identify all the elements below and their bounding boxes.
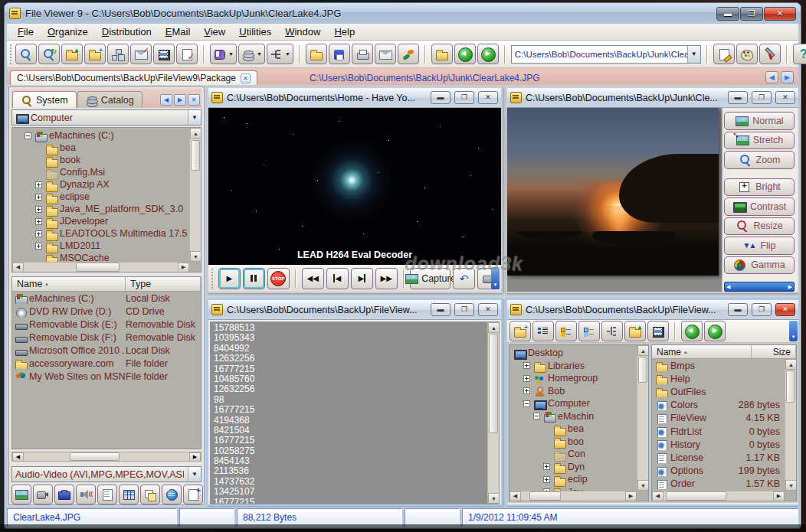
menu-view[interactable]: View [198,24,231,39]
tree-filter-button[interactable]: ▼ [267,44,293,64]
file-row[interactable]: Colors286 bytes [652,399,785,412]
image-scroll-strip[interactable]: ◀▶ [724,282,795,292]
image-minimize-button[interactable]: ▬ [728,91,748,104]
stretch-button[interactable]: ⤡Stretch [724,132,795,150]
tree-item[interactable]: LEADTOOLS Multimedia 17.5 [14,227,188,240]
browser-tree-item[interactable]: Con [512,448,636,461]
browser-tree-vscrollbar[interactable]: ▲ ▼ [637,345,648,491]
browser-window-titlebar[interactable]: C:\Users\Bob\Documents\BackUp\FileView..… [507,300,798,320]
file-row[interactable]: Options199 bytes [652,465,785,478]
video-close-button[interactable]: ✕ [478,91,498,104]
tools-button[interactable] [759,44,781,64]
ffwd-button[interactable]: ▶▶ [375,268,398,289]
folder-open-button[interactable] [431,44,453,64]
table-row[interactable]: My Web Sites on MSNFile folder [12,370,201,383]
numbers-vscrollbar[interactable]: ▲ ▼ [487,322,499,504]
tree-item[interactable]: JDeveloper [14,215,188,227]
resize-button[interactable]: Resize [724,217,795,236]
help-button[interactable]: ? [793,44,806,64]
doc-check-button[interactable] [176,44,198,64]
files-vscrollbar[interactable]: ▲ ▼ [785,359,796,491]
expand-icon[interactable] [543,476,550,483]
tab-close-icon[interactable]: ✕ [241,73,251,83]
folder-new-button[interactable]: + [509,321,531,341]
folder-up-button[interactable]: ▲ [624,321,646,341]
tree-view-button[interactable] [601,321,623,341]
copy-button[interactable] [140,485,160,504]
palette-button[interactable] [736,44,758,64]
book-button[interactable]: ▼ [210,44,237,64]
location-dropdown-icon[interactable]: ▼ [188,110,201,125]
play-button[interactable]: ▶ [218,268,241,289]
tree-item-root[interactable]: eMachines (C:) [14,129,188,142]
capture-button[interactable]: Capture [410,268,451,289]
layers-button[interactable]: ▼ [238,44,265,64]
controls-overflow[interactable]: ▾ [491,267,500,289]
tree-item[interactable]: Dynazip AX [14,178,188,191]
menu-distribution[interactable]: Distribution [96,24,158,39]
frame-prev-button[interactable]: ◀ [326,268,349,289]
menu-window[interactable]: Window [279,24,326,39]
expand-icon[interactable] [25,132,31,139]
expand-icon[interactable] [35,218,42,225]
tree-item[interactable]: book [14,154,188,166]
browser-tree-hscrollbar[interactable]: ◀ ▶ [509,491,637,501]
bright-button[interactable]: Bright [724,178,795,197]
file-row[interactable]: History0 bytes [652,438,785,451]
pause-button[interactable] [243,268,265,289]
files-hscrollbar[interactable]: ◀ ▶ [652,491,785,501]
tree-item[interactable]: eclipse [14,191,188,203]
film-edit-button[interactable] [153,44,175,64]
expand-icon[interactable] [523,400,530,407]
panel-back-button[interactable]: ◀ [160,94,172,106]
list-small-button[interactable] [555,321,577,341]
org-chart-button[interactable] [107,44,129,64]
browser-tree-item[interactable]: Bob [512,385,636,398]
browser-tree-item[interactable]: boo [512,436,636,449]
file-row[interactable]: Order1.57 KB [652,478,785,491]
drive-table-header[interactable]: Name ▴ Type [12,277,201,292]
mail-check-button[interactable]: ✓ [130,44,152,64]
filter-dropdown-icon[interactable]: ▼ [188,467,201,481]
folder-open-button[interactable] [306,44,327,64]
nav-back-button[interactable] [681,321,703,341]
image-close-button[interactable]: ✕ [775,91,795,104]
video-minimize-button[interactable]: ▬ [431,91,451,104]
menu-help[interactable]: Help [328,24,361,39]
mail-button[interactable] [375,44,396,64]
expand-icon[interactable] [543,463,550,470]
file-row[interactable]: License1.17 KB [652,451,785,464]
maximize-button[interactable]: ❐ [740,7,763,21]
address-dropdown-icon[interactable]: ▼ [687,46,700,63]
tree-item[interactable]: bea [14,142,188,154]
expand-icon[interactable] [35,194,42,201]
browser-close-button[interactable]: ✕ [775,303,795,316]
video-maximize-button[interactable]: ❐ [454,91,474,104]
picture-button[interactable] [11,485,31,504]
expand-icon[interactable] [35,243,42,250]
list-props-button[interactable] [578,321,600,341]
address-combobox[interactable]: C:\Users\Bob\Documents\BackUp\Junk\Clear… [511,45,701,64]
browser-toolbar-overflow[interactable]: ▾ [789,321,798,341]
tab-system[interactable]: System [12,91,77,108]
tree-item[interactable]: Config.Msi [14,166,188,178]
menu-email[interactable]: EMail [159,24,197,39]
tree-vscrollbar[interactable]: ▲ ▼ [189,128,201,262]
tab-scroll-right[interactable]: ▶ [781,71,794,83]
print-button[interactable] [352,44,373,64]
stop-button[interactable]: STOP [267,268,290,289]
frame-next-button[interactable]: ▶ [351,268,373,289]
globe-button[interactable] [162,485,182,504]
panel-close-button[interactable]: ✕ [188,94,200,106]
menu-utilities[interactable]: Utilities [233,24,277,39]
menu-organize[interactable]: Organize [41,24,94,39]
nav-back-button[interactable] [454,44,476,64]
file-row[interactable]: Help [652,372,785,385]
nav-forward-button[interactable] [704,321,726,341]
normal-button[interactable]: Normal [724,112,795,130]
save-button[interactable] [329,44,350,64]
panel-hscrollbar[interactable]: ◀ ▶ [11,452,202,462]
search-refresh-button[interactable]: ↻ [38,44,60,64]
filetype-filter-combobox[interactable]: Audio-Video (AVI,MPG,MPEG,MOV,ASF,WMV,W … [11,466,202,482]
table-row[interactable]: Removable Disk (E:)Removable Disk [12,318,201,331]
